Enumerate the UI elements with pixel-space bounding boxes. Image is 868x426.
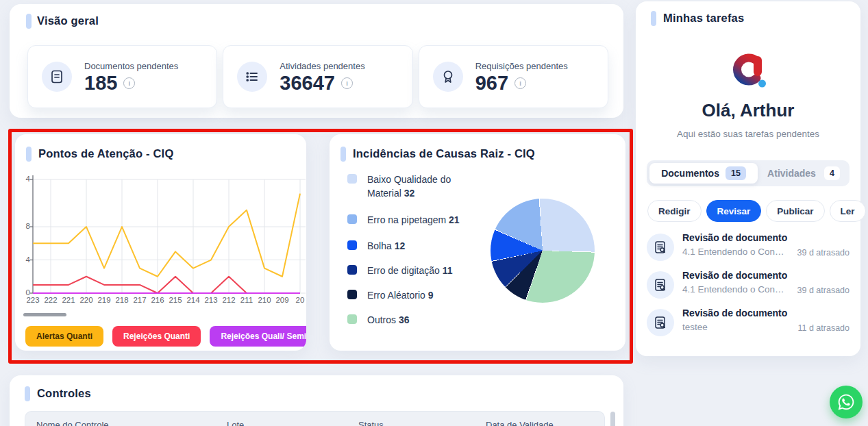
legend-swatch bbox=[347, 214, 357, 224]
filter-ler[interactable]: Ler bbox=[830, 200, 866, 222]
legend-value: 21 bbox=[449, 214, 460, 225]
attention-card: Pontos de Atenção - CIQ 4840223222221220… bbox=[15, 134, 306, 351]
app-logo bbox=[727, 49, 769, 95]
tab-atividades[interactable]: Atividades 4 bbox=[758, 166, 850, 180]
y-axis-label: 8 bbox=[15, 222, 30, 230]
award-icon bbox=[433, 62, 463, 92]
tab-count-badge: 15 bbox=[726, 166, 746, 180]
stat-row: Documentos pendentes 185i Atividades pen… bbox=[27, 45, 608, 108]
task-row[interactable]: Revisão de documento testee 11 d atrasad… bbox=[647, 308, 850, 342]
task-subtitle: 4.1 Entendendo o Con… bbox=[682, 284, 784, 295]
attention-title: Pontos de Atenção - CIQ bbox=[38, 147, 173, 160]
tab-label: Documentos bbox=[661, 168, 719, 179]
filter-revisar[interactable]: Revisar bbox=[706, 200, 762, 222]
task-row[interactable]: Revisão de documento 4.1 Entendendo o Co… bbox=[647, 270, 850, 304]
legend-item[interactable]: Baixo Qualidade do Material 32 bbox=[347, 173, 482, 201]
task-overdue: 39 d atrasado bbox=[797, 248, 850, 258]
legend-value: 9 bbox=[428, 290, 434, 301]
column-status: Status bbox=[347, 420, 475, 426]
task-overdue: 11 d atrasado bbox=[797, 323, 850, 333]
rejeicoes-quali-button[interactable]: Rejeições Quali/ Semi Quan bbox=[210, 326, 306, 347]
stat-label: Atividades pendentes bbox=[280, 61, 364, 71]
info-icon[interactable]: i bbox=[514, 77, 526, 89]
stat-label: Documentos pendentes bbox=[84, 61, 178, 71]
column-lote: Lote bbox=[216, 420, 347, 426]
table-header: Nome do Controle Lote Status Data de Val… bbox=[25, 411, 605, 426]
legend-swatch bbox=[347, 240, 357, 250]
tasks-panel: Minhas tarefas Olá, Arthur Aqui estão su… bbox=[636, 1, 860, 356]
line-chart: 4840223222221220219218217216215214213212… bbox=[15, 170, 306, 305]
doc-search-icon bbox=[647, 271, 674, 299]
legend-value: 36 bbox=[399, 314, 410, 325]
legend-label: Erro Aléatorio bbox=[367, 290, 425, 301]
legend-swatch bbox=[347, 314, 357, 324]
accent-bar bbox=[340, 147, 346, 162]
causes-title: Incidências de Causas Raiz - CIQ bbox=[353, 147, 535, 160]
table-vscrollbar[interactable] bbox=[610, 412, 615, 426]
accent-bar bbox=[26, 147, 32, 162]
stat-card-activities: Atividades pendentes 36647i bbox=[223, 45, 412, 108]
stat-value: 185 bbox=[84, 72, 117, 95]
legend-label: Outros bbox=[367, 314, 396, 325]
column-data-de-validade: Data de Validade bbox=[475, 420, 604, 426]
info-icon[interactable]: i bbox=[123, 77, 135, 89]
series-button-row: Alertas Quanti Rejeições Quanti Rejeiçõe… bbox=[25, 326, 306, 347]
greeting-subtitle: Aqui estão suas tarefas pendentes bbox=[636, 129, 860, 139]
rejeicoes-quanti-button[interactable]: Rejeições Quanti bbox=[112, 326, 201, 347]
greeting: Olá, Arthur bbox=[636, 100, 860, 121]
task-overdue: 39 d atrasado bbox=[797, 286, 850, 295]
pie-chart[interactable] bbox=[491, 199, 595, 303]
legend-label: Erro na pipetagem bbox=[367, 214, 446, 225]
list-icon bbox=[237, 62, 267, 92]
tab-count-badge: 4 bbox=[824, 166, 840, 180]
accent-bar bbox=[25, 386, 30, 401]
task-title: Revisão de documento bbox=[682, 308, 787, 318]
stat-label: Requisições pendentes bbox=[475, 61, 568, 71]
overview-title: Visão geral bbox=[37, 14, 99, 27]
legend-item[interactable]: Erro Aléatorio 9 bbox=[347, 288, 482, 302]
overview-card: Visão geral Documentos pendentes 185i bbox=[10, 4, 623, 118]
task-title: Revisão de documento bbox=[682, 232, 787, 243]
whatsapp-icon bbox=[837, 393, 855, 411]
legend-value: 11 bbox=[443, 265, 453, 276]
causes-card: Incidências de Causas Raiz - CIQ Baixo Q… bbox=[330, 134, 625, 351]
controls-card: Controles Nome do Controle Lote Status D… bbox=[10, 375, 623, 426]
legend-label: Bolha bbox=[367, 240, 392, 251]
filter-publicar[interactable]: Publicar bbox=[766, 200, 824, 222]
chart-hscrollbar[interactable] bbox=[23, 313, 66, 316]
task-subtitle: testee bbox=[682, 322, 708, 332]
tasks-panel-title: Minhas tarefas bbox=[663, 12, 744, 25]
legend-value: 12 bbox=[395, 240, 406, 251]
legend-swatch bbox=[347, 265, 357, 275]
accent-bar bbox=[26, 14, 32, 29]
legend-swatch bbox=[347, 174, 357, 184]
alertas-quanti-button[interactable]: Alertas Quanti bbox=[25, 326, 103, 347]
filter-row: Redigir Revisar Publicar Ler bbox=[647, 200, 866, 222]
stat-value: 967 bbox=[475, 72, 508, 95]
tab-documentos[interactable]: Documentos 15 bbox=[649, 163, 758, 184]
filter-redigir[interactable]: Redigir bbox=[647, 200, 702, 222]
whatsapp-button[interactable] bbox=[830, 386, 863, 418]
tab-label: Atividades bbox=[767, 168, 816, 179]
dashboard-page: Visão geral Documentos pendentes 185i bbox=[0, 0, 868, 426]
task-subtitle: 4.1 Entendendo o Con… bbox=[682, 247, 784, 257]
task-title: Revisão de documento bbox=[682, 270, 787, 281]
y-axis-label: 4 bbox=[15, 175, 30, 183]
column-nome-do-controle: Nome do Controle bbox=[25, 420, 216, 426]
x-axis-label: 20 bbox=[290, 296, 306, 304]
info-icon[interactable]: i bbox=[341, 77, 353, 89]
controls-title: Controles bbox=[37, 387, 91, 400]
legend-item[interactable]: Erro na pipetagem 21 bbox=[347, 213, 482, 227]
task-row[interactable]: Revisão de documento 4.1 Entendendo o Co… bbox=[647, 232, 850, 266]
doc-search-icon bbox=[647, 234, 674, 261]
y-axis-label: 4 bbox=[15, 255, 30, 264]
legend-item[interactable]: Erro de digitação 11 bbox=[347, 264, 482, 277]
tab-bar: Documentos 15 Atividades 4 bbox=[647, 160, 850, 186]
legend-item[interactable]: Bolha 12 bbox=[347, 239, 482, 253]
accent-bar bbox=[651, 11, 656, 26]
stat-value: 36647 bbox=[280, 72, 335, 95]
doc-search-icon bbox=[647, 309, 674, 336]
document-icon bbox=[42, 62, 72, 92]
stat-card-requisitions: Requisições pendentes 967i bbox=[419, 45, 608, 108]
legend-item[interactable]: Outros 36 bbox=[347, 313, 482, 327]
